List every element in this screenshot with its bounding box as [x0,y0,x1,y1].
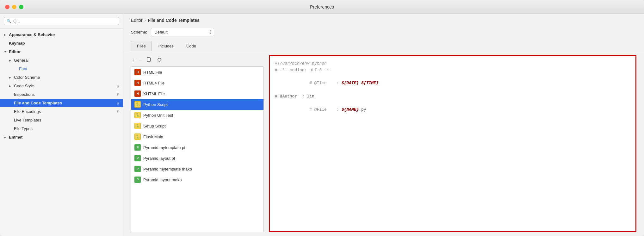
sidebar-item-label: Editor [9,49,119,54]
search-bar: 🔍 [0,14,123,28]
file-item-python-unit-test[interactable]: 🐍 Python Unit Test [131,110,263,121]
search-input-wrap[interactable]: 🔍 [4,17,119,25]
expand-arrow: ▶ [9,59,14,62]
title-bar: Preferences [0,0,644,14]
code-suffix: .py [359,107,366,112]
sidebar-item-label: Code Style [14,84,117,88]
file-item-pyramid-mytemplate-mako[interactable]: P Pyramid mytemplate mako [131,164,263,174]
sidebar-item-appearance[interactable]: ▶ Appearance & Behavior [0,30,123,39]
window-title: Preferences [310,4,334,9]
xhtml-file-icon: H [134,90,141,97]
file-item-pyramid-layout-pt[interactable]: P Pyramid layout pt [131,153,263,164]
code-line-3: # @Time : ${DATE} ${TIME} [275,74,630,93]
code-variable: ${DATE} ${TIME} [342,81,379,85]
breadcrumb-parent: Editor [131,18,143,23]
pyramid-layout-mako-icon: P [134,177,141,183]
sidebar-item-label: Color Scheme [14,75,119,80]
scheme-value: Default [154,30,206,34]
sidebar-item-label: Live Templates [14,118,119,122]
sidebar-item-label: Appearance & Behavior [9,32,119,37]
file-list-section: + − [131,55,264,232]
flask-main-icon: 🐍 [134,134,141,140]
sidebar-item-live-templates[interactable]: Live Templates [0,116,123,124]
code-line-1: #!/usr/bin/env python [275,60,630,67]
sidebar-item-emmet[interactable]: ▶ Emmet [0,133,123,141]
sidebar-item-general[interactable]: ▶ General [0,56,123,65]
sidebar-item-editor[interactable]: ▼ Editor [0,47,123,56]
file-item-setup-script[interactable]: 🐍 Setup Script [131,121,263,131]
file-item-html-file[interactable]: H HTML File [131,67,263,78]
file-item-label: Pyramid layout pt [143,156,175,161]
file-item-pyramid-mytemplate-pt[interactable]: P Pyramid mytemplate pt [131,142,263,153]
reset-template-button[interactable] [156,56,163,64]
file-item-label: HTML4 File [143,81,164,85]
sidebar-item-font[interactable]: Font [0,65,123,73]
scheme-label: Scheme: [131,30,147,34]
copy-icon [146,57,152,63]
file-item-label: Python Script [143,102,168,107]
add-template-button[interactable]: + [131,57,135,63]
sidebar-tree: ▶ Appearance & Behavior Keymap ▼ Editor … [0,28,123,236]
breadcrumb-separator: › [145,18,146,23]
sidebar-item-file-code-templates[interactable]: File and Code Templates ⎘ [0,99,123,107]
tabs-bar: Files Includes Code [123,41,644,51]
preferences-window: Preferences 🔍 ▶ Appearance & Behavior [0,0,644,236]
tab-includes[interactable]: Includes [152,41,179,51]
search-input[interactable] [13,19,116,23]
html-file-icon: H [134,69,141,75]
file-item-label: Python Unit Test [143,113,173,118]
breadcrumb-current: File and Code Templates [148,18,200,23]
close-button[interactable] [5,5,9,9]
sidebar-item-label: File Encodings [14,109,117,114]
file-item-label: Pyramid layout mako [143,177,182,182]
file-item-label: Pyramid mytemplate mako [143,167,192,171]
file-item-pyramid-layout-mako[interactable]: P Pyramid layout mako [131,174,263,185]
sidebar: 🔍 ▶ Appearance & Behavior Keymap ▼ [0,14,123,236]
tab-code[interactable]: Code [180,41,202,51]
sidebar-item-label: Emmet [9,135,119,140]
pyramid-mytemplate-mako-icon: P [134,166,141,172]
sidebar-item-label: File and Code Templates [14,101,117,105]
right-panel: Editor › File and Code Templates Scheme:… [123,14,644,236]
sidebar-item-file-types[interactable]: File Types [0,124,123,133]
python-script-icon: 🐍 [134,101,141,108]
scheme-arrows: ▲ ▼ [209,29,211,35]
remove-template-button[interactable]: − [138,57,142,63]
template-panel: + − [123,51,644,236]
chevron-down-icon: ▼ [209,32,211,35]
file-item-html4-file[interactable]: H HTML4 File [131,78,263,88]
pyramid-layout-pt-icon: P [134,155,141,161]
sidebar-item-code-style[interactable]: ▶ Code Style ⎘ [0,82,123,90]
svg-rect-1 [147,58,150,61]
file-list-toolbar: + − [131,55,264,66]
window-controls [5,5,23,9]
file-item-python-script[interactable]: 🐍 Python Script [131,99,263,110]
code-prefix: # @File : [309,107,341,112]
sidebar-item-file-encodings[interactable]: File Encodings ⎘ [0,107,123,116]
file-item-label: Setup Script [143,124,166,128]
file-item-flask-main[interactable]: 🐍 Flask Main [131,131,263,142]
file-item-xhtml-file[interactable]: H XHTML File [131,88,263,99]
tab-files[interactable]: Files [131,41,152,51]
sidebar-item-inspections[interactable]: Inspections ⎘ [0,90,123,99]
expand-arrow: ▼ [4,50,9,53]
expand-arrow: ▶ [4,33,9,36]
scheme-select[interactable]: Default ▲ ▼ [151,28,214,36]
file-item-label: XHTML File [143,91,165,96]
maximize-button[interactable] [19,5,23,9]
setup-script-icon: 🐍 [134,123,141,129]
file-item-label: HTML File [143,70,162,75]
code-line-2: # -*- coding: utf-8 -*- [275,67,630,74]
code-line-4: # @Author : lin [275,93,630,100]
file-list: H HTML File H HTML4 File H XHTML File [131,66,264,232]
copy-icon: ⎘ [117,101,119,105]
sidebar-item-label: Font [19,66,119,71]
sidebar-item-keymap[interactable]: Keymap [0,39,123,47]
minimize-button[interactable] [12,5,16,9]
copy-template-button[interactable] [146,56,153,64]
sidebar-item-color-scheme[interactable]: ▶ Color Scheme [0,73,123,82]
code-editor-section: #!/usr/bin/env python # -*- coding: utf-… [269,55,636,232]
code-editor[interactable]: #!/usr/bin/env python # -*- coding: utf-… [269,55,636,232]
file-item-label: Flask Main [143,134,163,139]
search-icon: 🔍 [7,19,11,23]
